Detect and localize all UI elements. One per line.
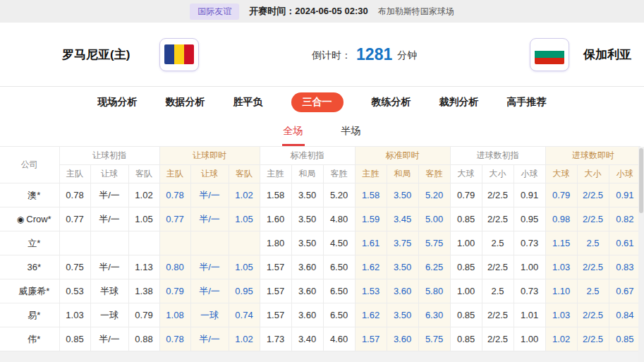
odds-cell[interactable]: 6.30 [418, 303, 450, 327]
odds-cell[interactable]: 半/一 [190, 279, 229, 303]
odds-cell[interactable]: 1.03 [545, 255, 577, 279]
odds-cell[interactable]: 5.20 [418, 183, 450, 207]
odds-cell: 1.01 [514, 303, 545, 327]
odds-cell[interactable]: 1.08 [159, 303, 190, 327]
odds-cell[interactable]: 5.80 [418, 279, 450, 303]
odds-cell[interactable]: 1.02 [229, 327, 260, 351]
nav-tab-6[interactable]: 裁判分析 [439, 96, 479, 109]
odds-cell[interactable]: 0.91 [609, 183, 640, 207]
odds-cell[interactable] [190, 231, 229, 255]
odds-cell: 1.58 [260, 183, 291, 207]
column-header: 小球 [609, 165, 640, 183]
odds-cell[interactable]: 1.61 [355, 231, 387, 255]
column-header: 主队 [159, 165, 190, 183]
odds-cell[interactable]: 1.02 [229, 183, 260, 207]
odds-cell: 0.85 [450, 255, 482, 279]
odds-cell[interactable]: 1.53 [355, 279, 387, 303]
column-header: 小球 [514, 165, 545, 183]
odds-row: ◉Crow*0.77半/一1.050.77半/一1.051.603.504.80… [0, 207, 640, 231]
odds-cell: 3.50 [291, 231, 323, 255]
odds-cell[interactable]: 0.78 [159, 183, 190, 207]
odds-cell[interactable]: 半/一 [190, 207, 229, 231]
odds-cell[interactable]: 半/一 [190, 327, 229, 351]
odds-cell[interactable]: 5.00 [418, 207, 450, 231]
company-cell[interactable]: 立* [0, 231, 59, 255]
odds-cell[interactable]: 半/一 [190, 255, 229, 279]
odds-cell[interactable]: 0.74 [229, 303, 260, 327]
scrollbar[interactable] [638, 147, 644, 362]
odds-cell: 0.85 [450, 327, 482, 351]
nav-tab-4[interactable]: 三合一 [291, 92, 344, 112]
odds-cell[interactable]: 1.59 [355, 207, 387, 231]
company-cell[interactable]: 澳* [0, 183, 59, 207]
league-badge[interactable]: 国际友谊 [190, 4, 239, 20]
odds-cell[interactable]: 0.98 [545, 207, 577, 231]
odds-cell[interactable]: 1.62 [355, 255, 387, 279]
odds-cell[interactable]: 0.61 [609, 231, 640, 255]
odds-cell[interactable]: 3.60 [387, 327, 418, 351]
odds-cell[interactable]: 2/2.5 [577, 303, 609, 327]
odds-cell[interactable]: 3.75 [387, 231, 418, 255]
sub-tab-2[interactable]: 半场 [340, 118, 363, 146]
odds-cell[interactable]: 1.05 [229, 255, 260, 279]
away-team: 保加利亚 [530, 38, 631, 71]
odds-cell[interactable]: 0.82 [609, 207, 640, 231]
odds-cell[interactable]: 6.25 [418, 255, 450, 279]
odds-cell[interactable]: 2/2.5 [577, 207, 609, 231]
nav-tab-3[interactable]: 胜平负 [233, 96, 263, 109]
odds-cell[interactable]: 3.50 [387, 255, 418, 279]
company-cell[interactable]: 伟* [0, 327, 59, 351]
nav-tab-2[interactable]: 数据分析 [166, 96, 205, 109]
company-cell[interactable]: ◉Crow* [0, 207, 59, 231]
nav-tab-5[interactable]: 教练分析 [372, 96, 411, 109]
odds-cell[interactable]: 0.83 [609, 255, 640, 279]
odds-cell[interactable]: 2.5 [577, 279, 609, 303]
scrollbar-thumb[interactable] [639, 148, 643, 213]
nav-tab-7[interactable]: 高手推荐 [507, 96, 547, 109]
odds-cell[interactable] [159, 231, 190, 255]
odds-cell[interactable]: 1.10 [545, 279, 577, 303]
company-cell[interactable]: 威廉希* [0, 279, 59, 303]
odds-cell: 1.60 [260, 207, 291, 231]
odds-cell[interactable]: 3.50 [387, 183, 418, 207]
odds-cell[interactable]: 0.79 [159, 279, 190, 303]
odds-cell: 0.77 [59, 207, 90, 231]
odds-cell[interactable]: 0.84 [609, 303, 640, 327]
group-header-3: 标准初指 [260, 147, 355, 165]
odds-cell: 0.85 [450, 207, 482, 231]
odds-cell[interactable]: 1.62 [355, 303, 387, 327]
odds-cell[interactable]: 0.78 [159, 327, 190, 351]
odds-cell[interactable]: 3.50 [387, 303, 418, 327]
odds-cell[interactable]: 5.75 [418, 231, 450, 255]
odds-cell[interactable]: 0.79 [545, 183, 577, 207]
odds-cell[interactable]: 1.15 [545, 231, 577, 255]
company-cell[interactable]: 易* [0, 303, 59, 327]
odds-cell[interactable]: 半/一 [190, 183, 229, 207]
odds-cell[interactable]: 3.45 [387, 207, 418, 231]
odds-cell: 1.03 [59, 303, 90, 327]
odds-cell[interactable]: 0.85 [609, 327, 640, 351]
odds-cell[interactable]: 1.02 [545, 327, 577, 351]
odds-cell[interactable]: 0.80 [159, 255, 190, 279]
odds-cell[interactable]: 2/2.5 [577, 255, 609, 279]
odds-cell[interactable]: 一球 [190, 303, 229, 327]
odds-cell[interactable]: 0.77 [159, 207, 190, 231]
company-cell[interactable]: 36* [0, 255, 59, 279]
odds-cell[interactable]: 1.58 [355, 183, 387, 207]
sub-tab-1[interactable]: 全场 [282, 118, 305, 146]
odds-cell[interactable]: 0.67 [609, 279, 640, 303]
odds-cell[interactable]: 5.75 [418, 327, 450, 351]
odds-cell[interactable]: 3.60 [387, 279, 418, 303]
odds-cell [90, 231, 128, 255]
odds-row: 立*1.803.504.501.613.755.751.002.50.731.1… [0, 231, 640, 255]
odds-cell[interactable]: 2/2.5 [577, 327, 609, 351]
odds-cell[interactable]: 1.03 [545, 303, 577, 327]
odds-cell: 1.57 [260, 255, 291, 279]
nav-tab-1[interactable]: 现场分析 [98, 96, 138, 109]
odds-cell[interactable] [229, 231, 260, 255]
odds-cell[interactable]: 0.95 [229, 279, 260, 303]
odds-cell[interactable]: 2/2.5 [577, 183, 609, 207]
odds-cell[interactable]: 1.57 [355, 327, 387, 351]
odds-cell[interactable]: 2.5 [577, 231, 609, 255]
odds-cell[interactable]: 1.05 [229, 207, 260, 231]
